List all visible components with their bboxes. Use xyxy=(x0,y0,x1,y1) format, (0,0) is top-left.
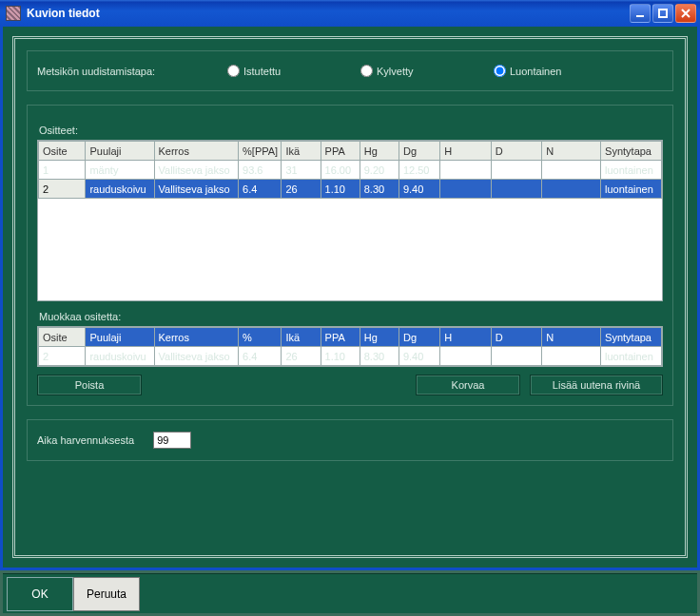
col-ika[interactable]: Ikä xyxy=(282,142,321,161)
regen-radio-sown[interactable] xyxy=(360,65,373,77)
mcol-puulaji[interactable]: Puulaji xyxy=(86,328,154,347)
mcell-d[interactable] xyxy=(491,347,542,366)
close-button[interactable] xyxy=(675,4,696,23)
table-row[interactable]: 1mäntyVallitseva jakso93.63116.009.2012.… xyxy=(39,161,662,180)
cell-d[interactable] xyxy=(491,180,542,199)
regen-radio-planted[interactable] xyxy=(227,65,240,77)
regen-radio-natural[interactable] xyxy=(494,65,506,77)
svg-rect-0 xyxy=(636,15,644,17)
cell-hg[interactable]: 9.20 xyxy=(360,161,399,180)
cell-hg[interactable]: 8.30 xyxy=(360,180,399,199)
cell-ika[interactable]: 31 xyxy=(282,161,321,180)
titlebar: Kuvion tiedot xyxy=(0,0,700,27)
regen-option-planted-label: Istutettu xyxy=(243,66,281,77)
col-osite[interactable]: Osite xyxy=(39,142,86,161)
col-n[interactable]: N xyxy=(542,142,601,161)
col-dg[interactable]: Dg xyxy=(399,142,439,161)
app-icon xyxy=(6,6,21,21)
regen-option-sown[interactable]: Kylvetty xyxy=(360,65,494,77)
cell-osite[interactable]: 1 xyxy=(39,161,86,180)
cell-h[interactable] xyxy=(440,180,492,199)
table-row[interactable]: 2rauduskoivuVallitseva jakso6.4261.108.3… xyxy=(39,180,662,199)
mcol-pct[interactable]: % xyxy=(239,328,282,347)
mcell-kerros[interactable]: Vallitseva jakso xyxy=(154,347,239,366)
col-h[interactable]: H xyxy=(440,142,492,161)
svg-rect-1 xyxy=(659,10,667,17)
mcol-ppa[interactable]: PPA xyxy=(321,328,360,347)
cell-pct[interactable]: 93.6 xyxy=(239,161,282,180)
cell-ika[interactable]: 26 xyxy=(282,180,321,199)
mcol-ika[interactable]: Ikä xyxy=(282,328,321,347)
cell-ppa[interactable]: 1.10 xyxy=(321,180,360,199)
col-d[interactable]: D xyxy=(491,142,542,161)
cancel-button[interactable]: Peruuta xyxy=(73,577,140,611)
ositteet-table-wrap: Osite Puulaji Kerros %[PPA] Ikä PPA Hg D… xyxy=(37,140,663,301)
cell-n[interactable] xyxy=(542,180,601,199)
col-puulaji[interactable]: Puulaji xyxy=(86,142,154,161)
aika-group: Aika harvennuksesta xyxy=(27,419,673,461)
col-ppa[interactable]: PPA xyxy=(321,142,360,161)
cell-n[interactable] xyxy=(542,161,601,180)
client-area: Metsikön uudistamistapa: Istutettu Kylve… xyxy=(0,27,700,570)
cell-puulaji[interactable]: mänty xyxy=(86,161,154,180)
mcell-ppa[interactable]: 1.10 xyxy=(321,347,360,366)
cell-ppa[interactable]: 16.00 xyxy=(321,161,360,180)
cell-d[interactable] xyxy=(491,161,542,180)
muokkaa-table-wrap: Osite Puulaji Kerros % Ikä PPA Hg Dg H D… xyxy=(37,326,663,367)
mcol-n[interactable]: N xyxy=(542,328,601,347)
korvaa-button[interactable]: Korvaa xyxy=(416,375,520,395)
ositteet-title: Ositteet: xyxy=(39,125,663,136)
regen-option-natural-label: Luontainen xyxy=(510,66,561,77)
ok-button[interactable]: OK xyxy=(7,577,73,611)
cancel-button-label: Peruuta xyxy=(87,587,126,601)
mcell-osite[interactable]: 2 xyxy=(39,347,86,366)
cell-dg[interactable]: 12.50 xyxy=(399,161,439,180)
cell-syntytapa[interactable]: luontainen xyxy=(601,161,662,180)
cell-kerros[interactable]: Vallitseva jakso xyxy=(154,180,239,199)
ositteet-table[interactable]: Osite Puulaji Kerros %[PPA] Ikä PPA Hg D… xyxy=(38,141,662,199)
mcell-pct[interactable]: 6.4 xyxy=(239,347,282,366)
cell-osite[interactable]: 2 xyxy=(39,180,86,199)
bottom-bar: OK Peruuta xyxy=(3,573,697,613)
poista-button[interactable]: Poista xyxy=(37,375,142,395)
mcol-hg[interactable]: Hg xyxy=(360,328,399,347)
col-pct[interactable]: %[PPA] xyxy=(239,142,282,161)
main-frame: Metsikön uudistamistapa: Istutettu Kylve… xyxy=(12,36,688,558)
mcell-dg[interactable]: 9.40 xyxy=(399,347,439,366)
mcol-osite[interactable]: Osite xyxy=(39,328,86,347)
regen-option-sown-label: Kylvetty xyxy=(377,66,414,77)
regen-label: Metsikön uudistamistapa: xyxy=(37,66,227,77)
mcol-dg[interactable]: Dg xyxy=(399,328,439,347)
cell-puulaji[interactable]: rauduskoivu xyxy=(86,180,154,199)
mcol-kerros[interactable]: Kerros xyxy=(154,328,239,347)
mcell-puulaji[interactable]: rauduskoivu xyxy=(86,347,154,366)
mcell-n[interactable] xyxy=(542,347,601,366)
mcell-syntytapa[interactable]: luontainen xyxy=(601,347,662,366)
col-kerros[interactable]: Kerros xyxy=(154,142,239,161)
mcell-ika[interactable]: 26 xyxy=(282,347,321,366)
cell-kerros[interactable]: Vallitseva jakso xyxy=(154,161,239,180)
cell-dg[interactable]: 9.40 xyxy=(399,180,439,199)
cell-pct[interactable]: 6.4 xyxy=(239,180,282,199)
mcell-h[interactable] xyxy=(440,347,492,366)
window-title: Kuvion tiedot xyxy=(27,7,100,20)
ositteet-header-row: Osite Puulaji Kerros %[PPA] Ikä PPA Hg D… xyxy=(39,142,662,161)
cell-syntytapa[interactable]: luontainen xyxy=(601,180,662,199)
col-hg[interactable]: Hg xyxy=(360,142,399,161)
regen-group: Metsikön uudistamistapa: Istutettu Kylve… xyxy=(27,50,673,91)
mcol-syntytapa[interactable]: Syntytapa xyxy=(601,328,662,347)
lisaa-uutena-button[interactable]: Lisää uutena rivinä xyxy=(530,375,663,395)
aika-input[interactable] xyxy=(153,432,191,449)
cell-h[interactable] xyxy=(440,161,492,180)
muokkaa-header-row: Osite Puulaji Kerros % Ikä PPA Hg Dg H D… xyxy=(39,328,662,347)
muokkaa-row[interactable]: 2 rauduskoivu Vallitseva jakso 6.4 26 1.… xyxy=(39,347,662,366)
mcol-d[interactable]: D xyxy=(491,328,542,347)
mcell-hg[interactable]: 8.30 xyxy=(360,347,399,366)
regen-option-natural[interactable]: Luontainen xyxy=(494,65,627,77)
mcol-h[interactable]: H xyxy=(440,328,492,347)
minimize-button[interactable] xyxy=(630,4,651,23)
maximize-button[interactable] xyxy=(652,4,673,23)
regen-option-planted[interactable]: Istutettu xyxy=(227,65,360,77)
col-syntytapa[interactable]: Syntytapa xyxy=(601,142,662,161)
muokkaa-table[interactable]: Osite Puulaji Kerros % Ikä PPA Hg Dg H D… xyxy=(38,327,662,366)
